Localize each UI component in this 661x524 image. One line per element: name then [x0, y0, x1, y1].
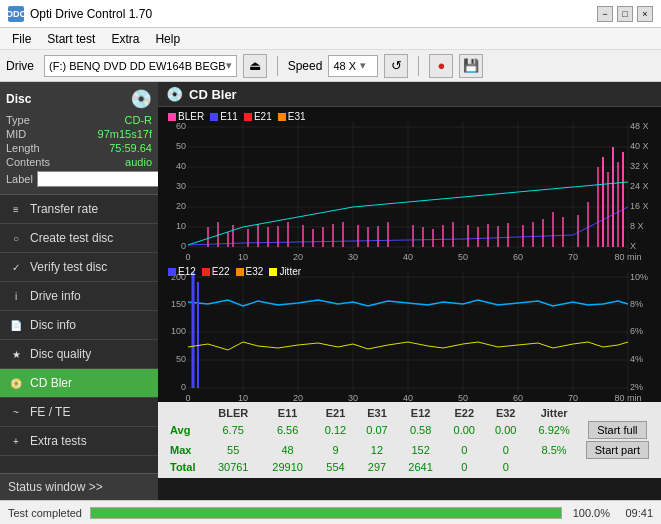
drive-select[interactable]: (F:) BENQ DVD DD EW164B BEGB ▾ [44, 55, 237, 77]
sidebar-item-disc-info[interactable]: 📄 Disc info [0, 311, 158, 340]
svg-text:X: X [630, 241, 636, 251]
maximize-button[interactable]: □ [617, 6, 633, 22]
sidebar-item-disc-info-label: Disc info [30, 318, 76, 332]
disc-type-row: Type CD-R [6, 114, 152, 126]
drive-value: (F:) BENQ DVD DD EW164B BEGB [49, 60, 226, 72]
status-time: 09:41 [618, 507, 653, 519]
chart-header: 💿 CD Bler [158, 82, 661, 107]
max-jitter: 8.5% [526, 440, 581, 460]
stats-max-row: Max 55 48 9 12 152 0 0 8.5% Start part [166, 440, 653, 460]
type-value: CD-R [125, 114, 153, 126]
sidebar-item-drive-info[interactable]: i Drive info [0, 282, 158, 311]
total-e22: 0 [444, 460, 485, 474]
legend-e22: E22 [202, 266, 230, 277]
total-e32: 0 [485, 460, 526, 474]
sidebar-item-verify-test-disc[interactable]: ✓ Verify test disc [0, 253, 158, 282]
sidebar-item-fe-te-label: FE / TE [30, 405, 70, 419]
bler-dot [168, 113, 176, 121]
sidebar-item-cd-bler[interactable]: 📀 CD Bler [0, 369, 158, 398]
total-label: Total [166, 460, 206, 474]
main-content: 💿 CD Bler BLER E11 E21 [158, 82, 661, 500]
svg-text:2%: 2% [630, 382, 643, 392]
bottom-chart-svg: 200 150 100 50 0 10% 8% 6% 4% 2% [158, 262, 661, 402]
refresh-button[interactable]: ↺ [384, 54, 408, 78]
start-part-button[interactable]: Start part [586, 441, 649, 459]
stats-col-e32: E32 [485, 406, 526, 420]
stats-col-e12: E12 [398, 406, 444, 420]
jitter-dot [269, 268, 277, 276]
legend-e11-label: E11 [220, 111, 238, 122]
disc-title: Disc [6, 92, 31, 106]
stats-data-table: BLER E11 E21 E31 E12 E22 E32 Jitter Avg [166, 406, 653, 474]
svg-text:0: 0 [185, 393, 190, 402]
top-legend: BLER E11 E21 E31 [162, 109, 312, 124]
svg-text:20: 20 [176, 201, 186, 211]
create-test-disc-icon: ○ [8, 230, 24, 246]
svg-text:32 X: 32 X [630, 161, 649, 171]
avg-e11: 6.56 [260, 420, 314, 440]
sidebar-item-create-test-disc[interactable]: ○ Create test disc [0, 224, 158, 253]
status-bar: Test completed 100.0% 09:41 [0, 500, 661, 524]
legend-e11: E11 [210, 111, 238, 122]
legend-e32: E32 [236, 266, 264, 277]
cd-bler-icon: 📀 [8, 375, 24, 391]
speed-value: 48 X [333, 60, 356, 72]
svg-text:150: 150 [171, 299, 186, 309]
svg-text:48 X: 48 X [630, 121, 649, 131]
svg-text:0: 0 [185, 252, 190, 262]
menu-start-test[interactable]: Start test [39, 30, 103, 48]
close-button[interactable]: × [637, 6, 653, 22]
avg-e12: 0.58 [398, 420, 444, 440]
label-key: Label [6, 173, 33, 185]
contents-value: audio [125, 156, 152, 168]
disc-info-icon: 📄 [8, 317, 24, 333]
max-label: Max [166, 440, 206, 460]
stats-col-e11: E11 [260, 406, 314, 420]
start-full-button[interactable]: Start full [588, 421, 646, 439]
avg-e22: 0.00 [444, 420, 485, 440]
label-input[interactable] [37, 171, 166, 187]
svg-text:10%: 10% [630, 272, 648, 282]
status-window-button[interactable]: Status window >> [0, 473, 158, 500]
avg-jitter: 6.92% [526, 420, 581, 440]
menu-file[interactable]: File [4, 30, 39, 48]
save-button[interactable]: 💾 [459, 54, 483, 78]
speed-select[interactable]: 48 X ▾ [328, 55, 378, 77]
sidebar-item-transfer-rate-label: Transfer rate [30, 202, 98, 216]
stats-col-actions [582, 406, 653, 420]
max-e31: 12 [356, 440, 397, 460]
svg-text:0: 0 [181, 241, 186, 251]
start-full-cell: Start full [582, 420, 653, 440]
extra-tests-icon: + [8, 433, 24, 449]
svg-text:10: 10 [176, 221, 186, 231]
sidebar-item-extra-tests-label: Extra tests [30, 434, 87, 448]
contents-key: Contents [6, 156, 50, 168]
stats-col-e22: E22 [444, 406, 485, 420]
menu-extra[interactable]: Extra [103, 30, 147, 48]
sidebar-item-transfer-rate[interactable]: ≡ Transfer rate [0, 195, 158, 224]
disc-length-row: Length 75:59.64 [6, 142, 152, 154]
max-e12: 152 [398, 440, 444, 460]
start-part-cell: Start part [582, 440, 653, 460]
legend-e21: E21 [244, 111, 272, 122]
legend-e12: E12 [168, 266, 196, 277]
svg-text:30: 30 [348, 252, 358, 262]
disc-label-row: Label 🔍 [6, 170, 152, 188]
sidebar-item-disc-quality[interactable]: ★ Disc quality [0, 340, 158, 369]
sidebar-item-extra-tests[interactable]: + Extra tests [0, 427, 158, 456]
disc-panel: Disc 💿 Type CD-R MID 97m15s17f Length 75… [0, 82, 158, 195]
svg-text:70: 70 [568, 393, 578, 402]
svg-text:80 min: 80 min [614, 252, 641, 262]
avg-e31: 0.07 [356, 420, 397, 440]
mid-key: MID [6, 128, 26, 140]
minimize-button[interactable]: − [597, 6, 613, 22]
eject-button[interactable]: ⏏ [243, 54, 267, 78]
svg-text:20: 20 [293, 252, 303, 262]
sidebar-item-fe-te[interactable]: ~ FE / TE [0, 398, 158, 427]
drive-info-icon: i [8, 288, 24, 304]
e22-dot [202, 268, 210, 276]
disc-header: Disc 💿 [6, 88, 152, 110]
menu-help[interactable]: Help [147, 30, 188, 48]
burn-button[interactable]: ● [429, 54, 453, 78]
svg-text:80 min: 80 min [614, 393, 641, 402]
